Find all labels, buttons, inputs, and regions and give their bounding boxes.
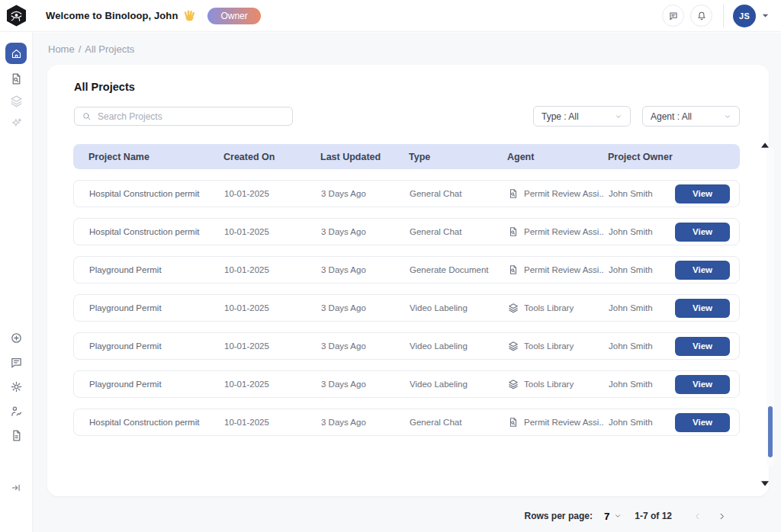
sidebar-item-layers[interactable]	[8, 93, 24, 108]
last-updated-cell: 3 Days Ago	[321, 341, 410, 351]
triangle-down-icon	[761, 481, 769, 486]
sidebar-item-conversations[interactable]	[8, 354, 24, 370]
type-filter-dropdown[interactable]: Type : All	[533, 106, 631, 127]
search-icon	[82, 111, 92, 121]
type-filter-label: Type : All	[542, 111, 579, 122]
table-row: Playground Permit 10-01-2025 3 Days Ago …	[73, 332, 740, 360]
type-cell: General Chat	[410, 189, 508, 198]
sidebar-item-add-new[interactable]	[8, 330, 24, 345]
file-search-icon	[508, 188, 519, 199]
rows-per-page-select[interactable]: 7	[604, 511, 622, 522]
agent-cell: Tools Library	[508, 341, 609, 351]
scrollbar-thumb[interactable]	[768, 406, 773, 457]
created-on-cell: 10-01-2025	[224, 418, 321, 427]
settings-gear-icon	[10, 380, 23, 393]
column-project-name: Project Name	[73, 152, 223, 162]
file-search-icon	[508, 226, 519, 237]
wave-emoji-icon	[183, 9, 196, 22]
agent-filter-label: Agent : All	[651, 111, 692, 122]
breadcrumb-separator: /	[79, 43, 82, 55]
pagination: Rows per page: 7 1-7 of 12	[525, 508, 730, 524]
type-cell: Video Labeling	[410, 341, 508, 351]
table-row: Hospital Construction permit 10-01-2025 …	[73, 218, 740, 245]
scroll-down-button[interactable]	[760, 479, 770, 487]
file-search-icon	[508, 417, 519, 428]
type-cell: Video Labeling	[410, 303, 508, 312]
previous-page-button[interactable]	[689, 508, 705, 524]
messages-button[interactable]	[662, 5, 684, 27]
column-created-on: Created On	[223, 152, 320, 162]
agent-filter-dropdown[interactable]: Agent : All	[642, 106, 740, 127]
agent-cell: Permit Review Assi..	[508, 188, 609, 199]
project-owner-cell: John Smith	[609, 303, 675, 312]
view-button[interactable]: View	[675, 223, 730, 242]
topbar: Welcome to Binoloop, John Owner JS	[0, 0, 781, 32]
view-button[interactable]: View	[675, 299, 730, 318]
sidebar-item-settings[interactable]	[8, 379, 24, 394]
view-button[interactable]: View	[675, 337, 730, 356]
created-on-cell: 10-01-2025	[224, 265, 321, 274]
table-row: Playground Permit 10-01-2025 3 Days Ago …	[73, 294, 740, 322]
layers-icon	[508, 379, 519, 389]
collapse-sidebar-icon	[11, 482, 21, 493]
last-updated-cell: 3 Days Ago	[321, 227, 410, 236]
notifications-button[interactable]	[690, 5, 712, 27]
sidebar-item-home[interactable]	[5, 43, 27, 64]
project-owner-cell: John Smith	[609, 227, 675, 236]
collapse-sidebar-button[interactable]	[8, 480, 24, 495]
view-button[interactable]: View	[675, 375, 730, 394]
table-row: Playground Permit 10-01-2025 3 Days Ago …	[73, 370, 740, 398]
project-name-cell: Hospital Construction permit	[74, 189, 224, 198]
breadcrumb-home-link[interactable]: Home	[48, 43, 75, 55]
user-avatar[interactable]: JS	[733, 5, 756, 27]
main-content: Home/All Projects All Projects Type : Al…	[33, 33, 781, 532]
column-type: Type	[409, 152, 507, 162]
agent-cell: Permit Review Assi..	[508, 417, 609, 428]
sidebar-item-file-search[interactable]	[8, 71, 24, 86]
sidebar-item-sparkles[interactable]	[8, 115, 24, 130]
agent-cell: Tools Library	[508, 303, 609, 313]
last-updated-cell: 3 Days Ago	[321, 418, 410, 427]
project-name-cell: Playground Permit	[74, 341, 224, 351]
project-owner-cell: John Smith	[609, 380, 675, 389]
created-on-cell: 10-01-2025	[224, 341, 321, 351]
scroll-up-button[interactable]	[760, 141, 770, 149]
view-button[interactable]: View	[675, 261, 730, 280]
created-on-cell: 10-01-2025	[224, 189, 321, 198]
profile-menu-button[interactable]	[762, 14, 769, 18]
owner-role-badge: Owner	[207, 8, 260, 24]
table-header: Project Name Created On Last Updated Typ…	[73, 144, 740, 169]
project-owner-cell: John Smith	[609, 265, 675, 274]
chat-icon	[10, 356, 23, 369]
chevron-down-icon	[614, 512, 622, 520]
project-name-cell: Playground Permit	[74, 380, 224, 389]
project-owner-cell: John Smith	[609, 189, 675, 198]
last-updated-cell: 3 Days Ago	[321, 189, 410, 198]
chevron-right-icon	[718, 512, 726, 521]
column-last-updated: Last Updated	[320, 152, 409, 162]
project-name-cell: Hospital Construction permit	[74, 418, 224, 427]
sidebar-item-documents[interactable]	[8, 428, 24, 443]
bell-icon	[696, 11, 707, 21]
welcome-text: Welcome to Binoloop, John	[46, 10, 178, 21]
last-updated-cell: 3 Days Ago	[321, 380, 410, 389]
messages-icon	[668, 11, 679, 21]
next-page-button[interactable]	[713, 508, 730, 524]
column-agent: Agent	[507, 152, 608, 162]
table-body: Hospital Construction permit 10-01-2025 …	[73, 180, 740, 436]
view-button[interactable]: View	[675, 413, 730, 432]
user-activity-icon	[10, 405, 23, 418]
search-box	[74, 107, 293, 126]
type-cell: Generate Document	[410, 265, 508, 274]
file-search-icon	[10, 72, 23, 85]
add-circle-icon	[10, 332, 23, 345]
search-input[interactable]	[98, 111, 285, 122]
project-name-cell: Playground Permit	[74, 303, 224, 312]
agent-cell: Tools Library	[508, 379, 609, 389]
table-row: Hospital Construction permit 10-01-2025 …	[73, 409, 740, 436]
sidebar-item-user-activity[interactable]	[8, 403, 24, 418]
chevron-down-icon	[615, 113, 622, 120]
view-button[interactable]: View	[675, 184, 730, 204]
rows-per-page-label: Rows per page:	[525, 511, 593, 521]
type-cell: Video Labeling	[410, 380, 508, 389]
